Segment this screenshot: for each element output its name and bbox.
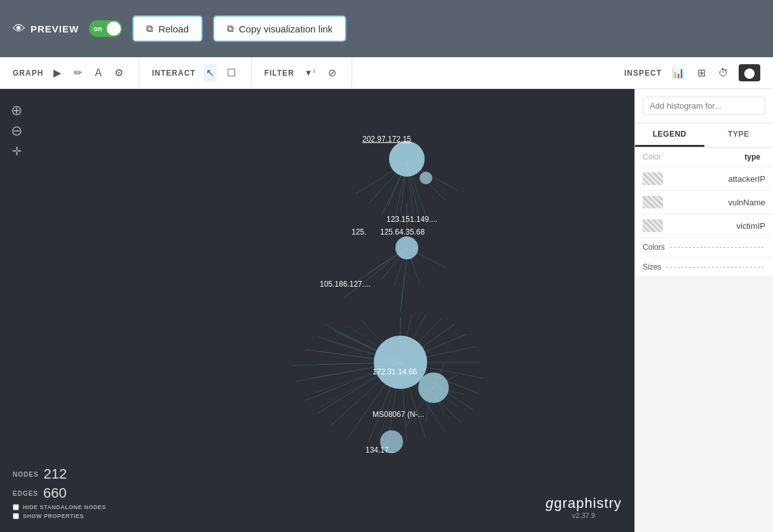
svg-line-10 [407, 162, 458, 191]
edges-label: EDGES [13, 490, 38, 497]
pan-icon[interactable]: ✛ [8, 142, 25, 160]
canvas-area[interactable]: ⊕ ⊖ ✛ [0, 89, 634, 532]
svg-line-34 [400, 362, 483, 378]
svg-line-58 [317, 362, 400, 364]
copy-icon: ⧉ [227, 23, 234, 34]
node-label-1: 123.151.149.... [386, 215, 437, 224]
select-icon[interactable]: ☐ [224, 64, 238, 81]
sizes-label: Sizes [643, 263, 661, 271]
hide-standalone-row: HIDE STANDALONE NODES [13, 504, 106, 510]
colors-line [670, 247, 765, 248]
svg-line-17 [343, 248, 407, 299]
legend-swatch-0 [643, 172, 663, 185]
show-properties-label: SHOW PROPERTIES [23, 513, 84, 519]
svg-line-16 [350, 248, 407, 286]
toggle-knob [107, 22, 121, 36]
svg-line-13 [369, 248, 407, 273]
svg-point-65 [420, 172, 432, 184]
svg-line-39 [400, 318, 442, 362]
filter-icon[interactable]: ▼1 [302, 65, 318, 80]
svg-line-49 [432, 388, 464, 394]
svg-line-51 [432, 388, 445, 416]
svg-line-24 [331, 362, 400, 426]
svg-line-3 [407, 162, 420, 219]
svg-line-27 [388, 362, 400, 442]
edges-count: 660 [43, 485, 67, 501]
zoom-in-button[interactable]: ⊕ [8, 102, 25, 119]
svg-line-1 [407, 162, 413, 213]
svg-line-18 [318, 337, 400, 362]
svg-line-48 [432, 375, 458, 388]
filter-section: FILTER ▼1 ⊘ [252, 57, 352, 88]
toolbar: GRAPH ▶ ✏ A ⚙ INTERACT ↖ ☐ FILTER ▼1 ⊘ I… [0, 57, 773, 89]
legend-swatch-1 [643, 196, 663, 208]
histogram-input[interactable] [643, 97, 765, 115]
svg-line-59 [321, 351, 400, 362]
node-label-7: 134.17... [366, 446, 395, 454]
svg-line-15 [394, 248, 407, 286]
preview-section: 👁 PREVIEW [13, 22, 79, 36]
show-properties-row: SHOW PROPERTIES [13, 513, 106, 519]
watermark: ggraphistry v2.37.9 [545, 495, 622, 519]
legend-color-header: Color [643, 153, 661, 161]
tab-legend[interactable]: LEGEND [635, 123, 704, 147]
hide-standalone-checkbox[interactable] [13, 504, 19, 510]
preview-label: PREVIEW [31, 24, 79, 34]
zoom-controls: ⊕ ⊖ ✛ [8, 102, 25, 160]
reload-label: Reload [158, 24, 189, 34]
toggle-on-text: on [93, 25, 102, 32]
edges-stat-row: EDGES 660 [13, 485, 106, 501]
show-properties-checkbox[interactable] [13, 513, 19, 519]
node-label-4: 105.186.127.... [320, 280, 371, 289]
legend-row-victimip: victimIP [635, 214, 773, 238]
svg-line-28 [400, 362, 407, 442]
play-icon[interactable]: ▶ [51, 64, 64, 81]
interact-section: INTERACT ↖ ☐ [139, 57, 252, 88]
main-area: ⊕ ⊖ ✛ [0, 89, 773, 532]
svg-line-7 [407, 162, 426, 216]
svg-line-2 [394, 162, 407, 222]
clock-icon[interactable]: ⏱ [716, 65, 731, 81]
svg-line-57 [311, 362, 400, 378]
preview-toggle[interactable]: on [89, 20, 122, 37]
reload-icon: ⧉ [146, 23, 153, 34]
svg-line-14 [407, 248, 445, 267]
svg-point-67 [374, 336, 427, 389]
settings-icon[interactable]: ⚙ [112, 64, 126, 81]
sizes-line [666, 267, 765, 268]
graph-label: GRAPH [13, 69, 43, 78]
svg-line-43 [324, 324, 400, 362]
svg-line-56 [311, 362, 400, 394]
legend-label-0: attackerIP [728, 174, 765, 184]
svg-line-60 [327, 341, 400, 362]
right-panel: LEGEND TYPE Color type attackerIP vulnNa… [634, 89, 773, 532]
inspect-section: INSPECT 📊 ⊞ ⏱ ⬤ [612, 57, 773, 88]
panel-tabs: LEGEND TYPE [635, 123, 773, 147]
copy-link-button[interactable]: ⧉ Copy visualization link [213, 15, 347, 42]
interact-label: INTERACT [152, 69, 196, 78]
nodes-count: 212 [44, 466, 67, 482]
svg-line-22 [305, 362, 400, 400]
nodes-label: NODES [13, 471, 39, 478]
active-inspect-icon[interactable]: ⬤ [739, 64, 760, 81]
clear-filter-icon[interactable]: ⊘ [325, 64, 339, 81]
reload-button[interactable]: ⧉ Reload [132, 15, 203, 42]
brand-name: graphistry [554, 495, 622, 511]
text-icon[interactable]: A [92, 65, 104, 81]
svg-line-37 [400, 334, 467, 362]
histogram-icon[interactable]: 📊 [669, 64, 687, 81]
svg-line-26 [369, 362, 400, 442]
cursor-icon[interactable]: ↖ [203, 64, 217, 81]
svg-line-4 [369, 162, 407, 203]
svg-point-66 [395, 236, 418, 259]
tab-type[interactable]: TYPE [704, 123, 774, 147]
svg-line-5 [407, 162, 445, 200]
svg-line-21 [296, 362, 400, 381]
svg-line-0 [381, 162, 407, 216]
brush-icon[interactable]: ✏ [71, 64, 85, 81]
legend-swatch-2 [643, 219, 663, 232]
legend-row-vulnname: vulnName [635, 191, 773, 214]
table-icon[interactable]: ⊞ [695, 64, 708, 81]
top-bar: 👁 PREVIEW on ⧉ Reload ⧉ Copy visualizati… [0, 0, 773, 57]
zoom-out-button[interactable]: ⊖ [8, 122, 25, 140]
